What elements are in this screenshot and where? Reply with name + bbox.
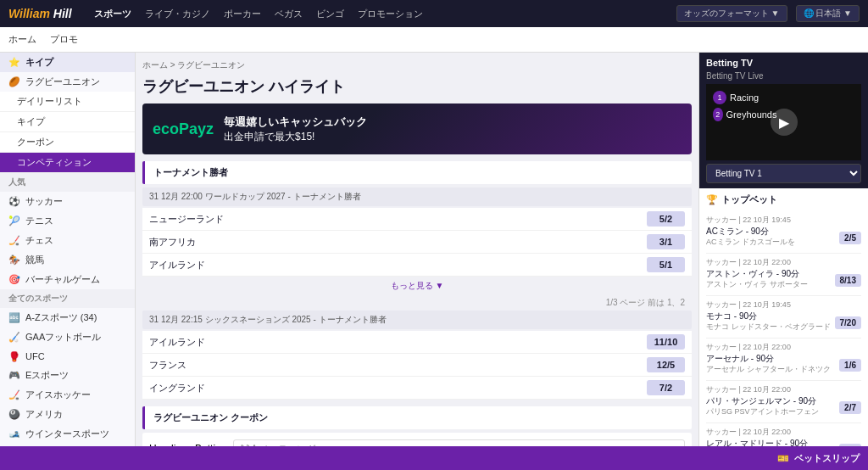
nav-live-casino[interactable]: ライブ・カジノ [145, 8, 210, 20]
virtual-icon: 🎯 [8, 274, 20, 286]
show-more-button[interactable]: もっと見る ▼ [142, 277, 692, 295]
bet-time: サッカー | 22 10月 19:45 [706, 215, 861, 226]
bottom-bar: 🎫 ベットスリップ [0, 446, 868, 470]
america-icon: 🎱 [8, 409, 20, 421]
sidebar-item-kipe[interactable]: ⭐ キイプ [0, 53, 135, 72]
sidebar-item-rugby[interactable]: 🏉 ラグビーユニオン [0, 72, 135, 92]
sidebar-virtual-label: バーチャルゲーム [25, 273, 100, 286]
banner: ecoPayz 毎週嬉しいキャッシュバック 出金申請で最大$15! [142, 104, 692, 154]
sidebar-competition-label: コンペティション [17, 156, 92, 169]
match-row: フランス 12/5 [142, 354, 692, 377]
match-team: ニュージーランド [149, 213, 647, 226]
match-odds[interactable]: 11/10 [647, 334, 685, 350]
bet-odds[interactable]: 2/5 [839, 232, 861, 244]
bet-odds[interactable]: 8/13 [835, 274, 861, 287]
main-content: ホーム > ラグビーユニオン ラグビーユニオン ハイライト ecoPayz 毎週… [136, 53, 698, 470]
bet-teams: アストン・ヴィラ - 90分 アストン・ヴィラ サポーター [706, 268, 808, 292]
banner-sub-text: 出金申請で最大$15! [224, 130, 367, 144]
match-odds[interactable]: 3/1 [647, 234, 685, 249]
bet-item: サッカー | 22 10月 19:45 ACミラン - 90分 ACミラン ドカ… [706, 211, 861, 254]
tournament2-header: 31 12月 22:15 シックスネーションズ 2025 - トーナメント勝者 [142, 311, 692, 329]
sidebar-item-winter[interactable]: 🎿 ウインタースポーツ [0, 424, 135, 444]
nav-poker[interactable]: ポーカー [224, 8, 261, 20]
chess-icon: 🏒 [8, 235, 20, 247]
bet-time: サッカー | 22 10月 22:00 [706, 342, 861, 353]
sidebar-item-icehockey[interactable]: 🏒 アイスホッケー [0, 385, 135, 405]
gaa-icon: 🏑 [8, 332, 20, 344]
banner-main-text: 毎週嬉しいキャッシュバック [224, 115, 367, 130]
bet-teams: ACミラン - 90分 ACミラン ドカスゴールを [706, 226, 795, 249]
sidebar-item-ufc[interactable]: 🥊 UFC [0, 347, 135, 366]
betslip-label: ベットスリップ [794, 452, 860, 465]
bet-row: ACミラン - 90分 ACミラン ドカスゴールを 2/5 [706, 226, 861, 249]
section-title: トーナメント勝者 [142, 161, 692, 184]
sidebar-item-chess[interactable]: 🏒 チェス [0, 231, 135, 250]
second-nav-home[interactable]: ホーム [8, 33, 36, 46]
betting-tv-live: Betting TV Live [706, 71, 861, 81]
logo-william: William [8, 7, 50, 20]
top-navigation: William Hill スポーツ ライブ・カジノ ポーカー ベガス ビンゴ プ… [0, 0, 868, 27]
bet-time: サッカー | 22 10月 19:45 [706, 299, 861, 311]
bet-item: サッカー | 22 10月 19:45 モナコ - 90分 モナコ レッドスター… [706, 296, 861, 339]
betting-tv-title: Betting TV [706, 58, 861, 68]
odds-format-button[interactable]: オッズのフォーマット ▼ [676, 5, 787, 22]
bet-time: サッカー | 22 10月 22:00 [706, 257, 861, 268]
sidebar-gaa-label: GAAフットボール [25, 331, 101, 344]
sidebar-item-virtual[interactable]: 🎯 バーチャルゲーム [0, 270, 135, 289]
sidebar-coupon-label: クーポン [17, 136, 54, 148]
sidebar-item-competition[interactable]: コンペティション [0, 153, 135, 173]
tv-overlay: 1 Racing 2 Greyhounds [706, 84, 784, 160]
bet-teams-text: モナコ - 90分 [706, 311, 831, 322]
sidebar-az-label: A-Zスポーツ (34) [25, 311, 97, 324]
sidebar-item-daily[interactable]: デイリーリスト [0, 92, 135, 112]
bet-odds[interactable]: 1/6 [839, 359, 861, 372]
betslip-button[interactable]: 🎫 ベットスリップ [777, 452, 860, 465]
soccer-icon: ⚽ [8, 196, 20, 208]
nav-sports[interactable]: スポーツ [94, 8, 131, 20]
match-row: ニュージーランド 5/2 [142, 208, 692, 231]
sidebar-kipe-label: キイプ [25, 56, 53, 69]
bet-detail: アストン・ヴィラ サポーター [706, 279, 808, 290]
bet-teams: アーセナル - 90分 アーセナル シャフタール・ドネツク [706, 353, 831, 377]
tv-select[interactable]: Betting TV 1 [706, 164, 861, 183]
sidebar-soccer-label: サッカー [25, 195, 63, 208]
sidebar-item-keep[interactable]: キイプ [0, 112, 135, 132]
winter-icon: 🎿 [8, 428, 20, 440]
sidebar-item-soccer[interactable]: ⚽ サッカー [0, 192, 135, 211]
second-navigation: ホーム プロモ [0, 27, 868, 53]
bet-odds[interactable]: 2/7 [839, 401, 861, 414]
star-icon: ⭐ [8, 57, 20, 69]
language-button[interactable]: 🌐 日本語 ▼ [796, 5, 860, 22]
sidebar-item-horse[interactable]: 🏇 競馬 [0, 250, 135, 270]
second-nav-promo[interactable]: プロモ [50, 33, 78, 46]
match-odds[interactable]: 5/2 [647, 211, 685, 227]
top-nav-links: スポーツ ライブ・カジノ ポーカー ベガス ビンゴ プロモーション [94, 8, 423, 20]
sidebar-item-gaa[interactable]: 🏑 GAAフットボール [0, 327, 135, 347]
sidebar-item-esports[interactable]: 🎮 Eスポーツ [0, 366, 135, 385]
tv-item-greyhounds: 2 Greyhounds [713, 108, 777, 121]
match-row: イングランド 7/2 [142, 377, 692, 400]
match-odds[interactable]: 7/2 [647, 380, 685, 395]
match-odds[interactable]: 5/1 [647, 257, 685, 272]
bet-odds[interactable]: 7/20 [835, 316, 861, 329]
nav-vegas[interactable]: ベガス [275, 8, 303, 20]
match-team: アイルランド [149, 336, 647, 349]
sidebar-item-america[interactable]: 🎱 アメリカ [0, 405, 135, 424]
nav-bingo[interactable]: ビンゴ [316, 8, 344, 20]
bet-teams-text: アーセナル - 90分 [706, 353, 831, 364]
sidebar-item-tennis[interactable]: 🎾 テニス [0, 211, 135, 231]
sidebar-item-az[interactable]: 🔤 A-Zスポーツ (34) [0, 308, 135, 327]
bet-teams: パリ・サンジェルマン - 90分 パリSG PSVアイントホーフェン [706, 395, 819, 419]
breadcrumb: ホーム > ラグビーユニオン [142, 59, 692, 71]
sidebar-winter-label: ウインタースポーツ [25, 428, 109, 440]
sidebar-item-coupon[interactable]: クーポン [0, 132, 135, 153]
match-row: アイルランド 5/1 [142, 254, 692, 277]
match-odds[interactable]: 12/5 [647, 357, 685, 372]
nav-promotions[interactable]: プロモーション [358, 8, 423, 20]
match-row: 南アフリカ 3/1 [142, 231, 692, 254]
top-bets-title: 🏆 トップベット [706, 193, 861, 206]
match-team: アイルランド [149, 259, 647, 271]
bet-time: サッカー | 22 10月 22:00 [706, 427, 861, 438]
sidebar-icehockey-label: アイスホッケー [25, 389, 91, 401]
tv-item-racing: 1 Racing [713, 91, 777, 104]
